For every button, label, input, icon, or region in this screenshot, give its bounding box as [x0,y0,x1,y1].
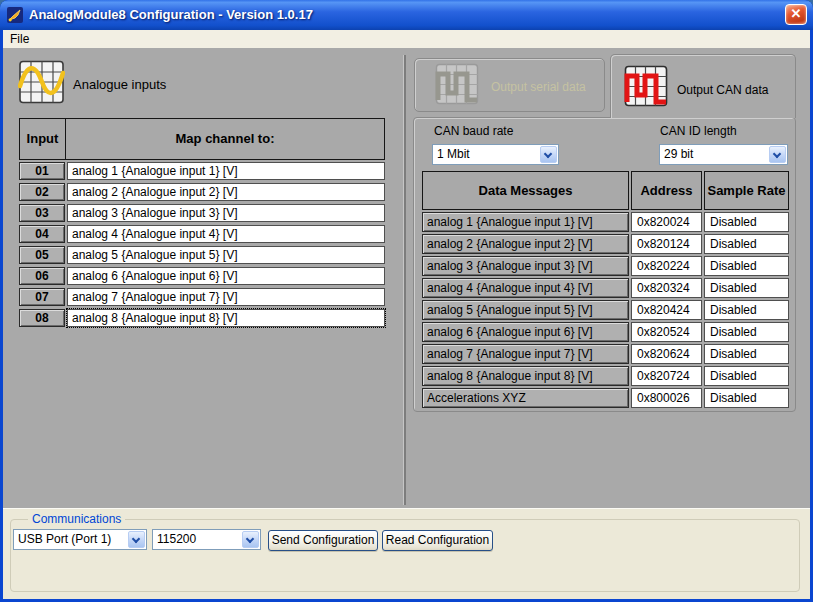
table-row: analog 6 {Analogue input 6} [V] 0x820524… [422,322,791,342]
sample-rate-cell[interactable]: Disabled [704,234,789,254]
data-message-cell[interactable]: analog 7 {Analogue input 7} [V] [422,344,629,364]
table-row: 08 analog 8 {Analogue input 8} [V] [19,309,385,327]
communications-label: Communications [28,512,125,526]
sample-rate-column-header: Sample Rate [704,171,789,210]
close-button[interactable]: ✕ [785,4,807,25]
baud-select-value: 115200 [157,530,196,548]
data-message-cell[interactable]: analog 3 {Analogue input 3} [V] [422,256,629,276]
can-baud-rate-value: 1 Mbit [437,145,470,163]
map-channel-cell[interactable]: analog 4 {Analogue input 4} [V] [67,225,385,243]
address-cell[interactable]: 0x820624 [631,344,702,364]
send-configuration-button[interactable]: Send Configuration [268,530,378,551]
data-message-cell[interactable]: Accelerations XYZ [422,388,629,408]
can-wave-grid-icon [624,65,668,107]
combo-arrow-button[interactable] [540,146,557,163]
sample-rate-cell[interactable]: Disabled [704,278,789,298]
can-baud-rate-select[interactable]: 1 Mbit [432,144,559,165]
map-channel-cell[interactable]: analog 3 {Analogue input 3} [V] [67,204,385,222]
can-tab-label: Output CAN data [677,83,768,97]
combo-arrow-button[interactable] [242,531,259,548]
map-channel-cell[interactable]: analog 2 {Analogue input 2} [V] [67,183,385,201]
data-message-cell[interactable]: analog 1 {Analogue input 1} [V] [422,212,629,232]
chevron-down-icon [544,150,552,158]
baud-select[interactable]: 115200 [152,529,261,550]
address-cell[interactable]: 0x820324 [631,278,702,298]
can-id-length-select[interactable]: 29 bit [659,144,788,165]
tab-output-can-data[interactable]: Output CAN data [610,54,796,118]
map-channel-cell[interactable]: analog 6 {Analogue input 6} [V] [67,267,385,285]
input-number: 05 [19,246,65,264]
sample-rate-cell[interactable]: Disabled [704,300,789,320]
can-table: analog 1 {Analogue input 1} [V] 0x820024… [422,212,791,410]
table-row: analog 7 {Analogue input 7} [V] 0x820624… [422,344,791,364]
table-row: 01 analog 1 {Analogue input 1} [V] [19,162,385,180]
can-data-panel: CAN baud rate 1 Mbit CAN ID length 29 bi… [413,117,796,412]
sample-rate-cell[interactable]: Disabled [704,256,789,276]
sample-rate-cell[interactable]: Disabled [704,322,789,342]
map-channel-cell-focused[interactable]: analog 8 {Analogue input 8} [V] [67,309,385,327]
input-table: 01 analog 1 {Analogue input 1} [V] 02 an… [19,162,385,330]
menu-bar: File [3,30,810,48]
port-select[interactable]: USB Port (Port 1) [13,529,147,550]
table-row: analog 4 {Analogue input 4} [V] 0x820324… [422,278,791,298]
input-number: 07 [19,288,65,306]
data-message-cell[interactable]: analog 6 {Analogue input 6} [V] [422,322,629,342]
address-cell[interactable]: 0x820124 [631,234,702,254]
sample-rate-cell[interactable]: Disabled [704,212,789,232]
map-channel-cell[interactable]: analog 5 {Analogue input 5} [V] [67,246,385,264]
input-number: 08 [19,309,65,327]
address-cell[interactable]: 0x820424 [631,300,702,320]
table-row: analog 8 {Analogue input 8} [V] 0x820724… [422,366,791,386]
sample-rate-cell[interactable]: Disabled [704,366,789,386]
input-number: 06 [19,267,65,285]
address-column-header: Address [631,171,702,210]
serial-wave-grid-icon [435,63,479,105]
table-row: analog 5 {Analogue input 5} [V] 0x820424… [422,300,791,320]
input-number: 04 [19,225,65,243]
panel-divider [404,55,406,505]
table-row: analog 1 {Analogue input 1} [V] 0x820024… [422,212,791,232]
combo-arrow-button[interactable] [128,531,145,548]
map-channel-cell[interactable]: analog 7 {Analogue input 7} [V] [67,288,385,306]
table-row: 04 analog 4 {Analogue input 4} [V] [19,225,385,243]
chevron-down-icon [773,150,781,158]
input-number: 01 [19,162,65,180]
table-row: 03 analog 3 {Analogue input 3} [V] [19,204,385,222]
table-row: 02 analog 2 {Analogue input 2} [V] [19,183,385,201]
table-row: analog 3 {Analogue input 3} [V] 0x820224… [422,256,791,276]
communications-panel: Communications USB Port (Port 1) 115200 … [3,508,810,599]
chevron-down-icon [132,535,140,543]
sample-rate-cell[interactable]: Disabled [704,388,789,408]
address-cell[interactable]: 0x820224 [631,256,702,276]
data-message-cell[interactable]: analog 4 {Analogue input 4} [V] [422,278,629,298]
menu-file[interactable]: File [3,30,36,48]
data-message-cell[interactable]: analog 8 {Analogue input 8} [V] [422,366,629,386]
input-number: 03 [19,204,65,222]
combo-arrow-button[interactable] [769,146,786,163]
table-row: 06 analog 6 {Analogue input 6} [V] [19,267,385,285]
table-row: 05 analog 5 {Analogue input 5} [V] [19,246,385,264]
app-window: AnalogModule8 Configuration - Version 1.… [0,0,813,602]
title-bar[interactable]: AnalogModule8 Configuration - Version 1.… [0,0,813,30]
serial-tab-label: Output serial data [491,80,586,94]
address-cell[interactable]: 0x820724 [631,366,702,386]
main-content: Analogue inputs Input Map channel to: 01… [3,48,810,508]
analogue-inputs-icon [18,59,65,105]
table-row: Accelerations XYZ 0x800026 Disabled [422,388,791,408]
data-message-cell[interactable]: analog 2 {Analogue input 2} [V] [422,234,629,254]
chevron-down-icon [246,535,254,543]
sample-rate-cell[interactable]: Disabled [704,344,789,364]
map-channel-column-header: Map channel to: [66,119,384,159]
table-row: analog 2 {Analogue input 2} [V] 0x820124… [422,234,791,254]
tab-output-serial-data[interactable]: Output serial data [414,58,605,112]
table-row: 07 analog 7 {Analogue input 7} [V] [19,288,385,306]
app-icon [7,7,23,23]
read-configuration-button[interactable]: Read Configuration [382,530,493,551]
address-cell[interactable]: 0x820524 [631,322,702,342]
data-message-cell[interactable]: analog 5 {Analogue input 5} [V] [422,300,629,320]
input-number: 02 [19,183,65,201]
input-column-header: Input [20,119,66,159]
address-cell[interactable]: 0x800026 [631,388,702,408]
map-channel-cell[interactable]: analog 1 {Analogue input 1} [V] [67,162,385,180]
address-cell[interactable]: 0x820024 [631,212,702,232]
